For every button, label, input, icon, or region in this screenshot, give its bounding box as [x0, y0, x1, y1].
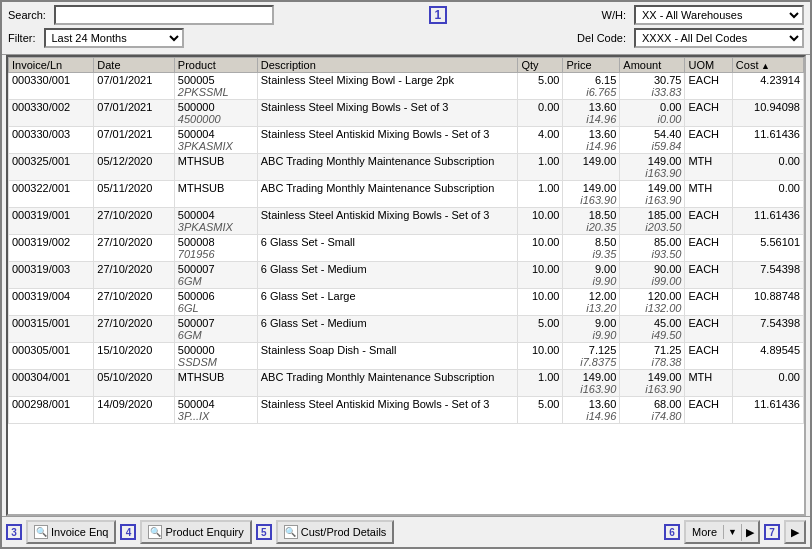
table-row[interactable]: 000330/00307/01/20215000043PKASMIXStainl… [9, 127, 804, 154]
cell-date: 15/10/2020 [94, 343, 175, 370]
cell-product: 5000076GM [174, 316, 257, 343]
cell-amount: 45.00i49.50 [620, 316, 685, 343]
cell-invoice: 000298/001 [9, 397, 94, 424]
cell-invoice: 000330/003 [9, 127, 94, 154]
table-row[interactable]: 000319/00127/10/20205000043PKASMIXStainl… [9, 208, 804, 235]
cell-price: 149.00 [563, 154, 620, 181]
cell-date: 07/01/2021 [94, 73, 175, 100]
table-row[interactable]: 000319/00227/10/20205000087019566 Glass … [9, 235, 804, 262]
cell-price: 7.125i7.8375 [563, 343, 620, 370]
cell-desc: Stainless Steel Mixing Bowl - Large 2pk [257, 73, 518, 100]
more-label: More [686, 524, 723, 540]
cell-uom: EACH [685, 262, 732, 289]
cell-amount: 149.00i163.90 [620, 370, 685, 397]
cell-cost: 11.61436 [732, 397, 803, 424]
cell-product: MTHSUB [174, 154, 257, 181]
badge-3: 3 [6, 524, 22, 540]
cell-qty: 1.00 [518, 154, 563, 181]
delcode-select[interactable]: XXXX - All Del Codes [634, 28, 804, 48]
wh-label: W/H: [602, 9, 626, 21]
cell-date: 05/10/2020 [94, 370, 175, 397]
product-enquiry-label: Product Enquiry [165, 526, 243, 538]
table-row[interactable]: 000330/00207/01/20215000004500000Stainle… [9, 100, 804, 127]
cell-price: 9.00i9.90 [563, 262, 620, 289]
cell-cost: 7.54398 [732, 316, 803, 343]
cell-qty: 5.00 [518, 316, 563, 343]
cell-price: 6.15i6.765 [563, 73, 620, 100]
cell-invoice: 000304/001 [9, 370, 94, 397]
cell-cost: 10.88748 [732, 289, 803, 316]
nav-right-button[interactable]: ▶ [784, 520, 806, 544]
cell-date: 07/01/2021 [94, 127, 175, 154]
cell-product: 5000004500000 [174, 100, 257, 127]
table-row[interactable]: 000305/00115/10/2020500000SSDSMStainless… [9, 343, 804, 370]
product-enquiry-icon: 🔍 [148, 525, 162, 539]
wh-select[interactable]: XX - All Warehouses [634, 5, 804, 25]
cell-cost: 0.00 [732, 154, 803, 181]
cell-date: 27/10/2020 [94, 262, 175, 289]
cell-uom: EACH [685, 73, 732, 100]
more-arrow-right: ▶ [741, 524, 758, 541]
more-button[interactable]: More ▼ ▶ [684, 520, 760, 544]
cell-invoice: 000325/001 [9, 154, 94, 181]
cell-cost: 4.89545 [732, 343, 803, 370]
table-row[interactable]: 000330/00107/01/20215000052PKSSMLStainle… [9, 73, 804, 100]
filter-select[interactable]: Last 24 Months Last 12 Months Last 6 Mon… [44, 28, 184, 48]
table-row[interactable]: 000319/00427/10/20205000066GL6 Glass Set… [9, 289, 804, 316]
table-row[interactable]: 000322/00105/11/2020MTHSUBABC Trading Mo… [9, 181, 804, 208]
cell-invoice: 000322/001 [9, 181, 94, 208]
cell-uom: EACH [685, 343, 732, 370]
cell-cost: 0.00 [732, 181, 803, 208]
cell-qty: 1.00 [518, 370, 563, 397]
cell-qty: 10.00 [518, 262, 563, 289]
cell-desc: 6 Glass Set - Small [257, 235, 518, 262]
cell-uom: MTH [685, 181, 732, 208]
badge-7: 7 [764, 524, 780, 540]
invoice-table: Invoice/LnDateProductDescriptionQtyPrice… [8, 57, 804, 424]
search-label: Search: [8, 9, 46, 21]
cell-amount: 149.00i163.90 [620, 154, 685, 181]
cell-uom: MTH [685, 154, 732, 181]
cust-prod-details-label: Cust/Prod Details [301, 526, 387, 538]
cell-cost: 11.61436 [732, 208, 803, 235]
cell-qty: 10.00 [518, 208, 563, 235]
cell-desc: Stainless Steel Antiskid Mixing Bowls - … [257, 208, 518, 235]
cell-qty: 0.00 [518, 100, 563, 127]
table-row[interactable]: 000325/00105/12/2020MTHSUBABC Trading Mo… [9, 154, 804, 181]
cell-price: 13.60i14.96 [563, 127, 620, 154]
top-section: Search: 1 W/H: XX - All Warehouses Filte… [2, 2, 810, 55]
table-row[interactable]: 000304/00105/10/2020MTHSUBABC Trading Mo… [9, 370, 804, 397]
cell-date: 27/10/2020 [94, 208, 175, 235]
cell-qty: 4.00 [518, 127, 563, 154]
cell-amount: 68.00i74.80 [620, 397, 685, 424]
cell-price: 13.60i14.96 [563, 100, 620, 127]
cell-uom: MTH [685, 370, 732, 397]
product-enquiry-button[interactable]: 🔍 Product Enquiry [140, 520, 251, 544]
cell-amount: 0.00i0.00 [620, 100, 685, 127]
table-row[interactable]: 000315/00127/10/20205000076GM6 Glass Set… [9, 316, 804, 343]
search-input[interactable] [54, 5, 274, 25]
cell-uom: EACH [685, 316, 732, 343]
cell-date: 27/10/2020 [94, 235, 175, 262]
data-table-container: Invoice/LnDateProductDescriptionQtyPrice… [6, 55, 806, 516]
cell-cost: 4.23914 [732, 73, 803, 100]
badge-6: 6 [664, 524, 680, 540]
invoice-enq-button[interactable]: 🔍 Invoice Enq [26, 520, 116, 544]
table-row[interactable]: 000298/00114/09/20205000043P...IXStainle… [9, 397, 804, 424]
cell-desc: 6 Glass Set - Large [257, 289, 518, 316]
table-row[interactable]: 000319/00327/10/20205000076GM6 Glass Set… [9, 262, 804, 289]
cell-uom: EACH [685, 397, 732, 424]
cell-invoice: 000319/002 [9, 235, 94, 262]
cell-invoice: 000305/001 [9, 343, 94, 370]
cell-product: 5000043PKASMIX [174, 208, 257, 235]
badge-1: 1 [429, 6, 447, 24]
cell-product: 5000076GM [174, 262, 257, 289]
cell-cost: 11.61436 [732, 127, 803, 154]
cell-price: 149.00i163.90 [563, 181, 620, 208]
delcode-label: Del Code: [577, 32, 626, 44]
cell-qty: 1.00 [518, 181, 563, 208]
cust-prod-details-button[interactable]: 🔍 Cust/Prod Details [276, 520, 395, 544]
cell-date: 14/09/2020 [94, 397, 175, 424]
cell-uom: EACH [685, 235, 732, 262]
cell-product: 500008701956 [174, 235, 257, 262]
